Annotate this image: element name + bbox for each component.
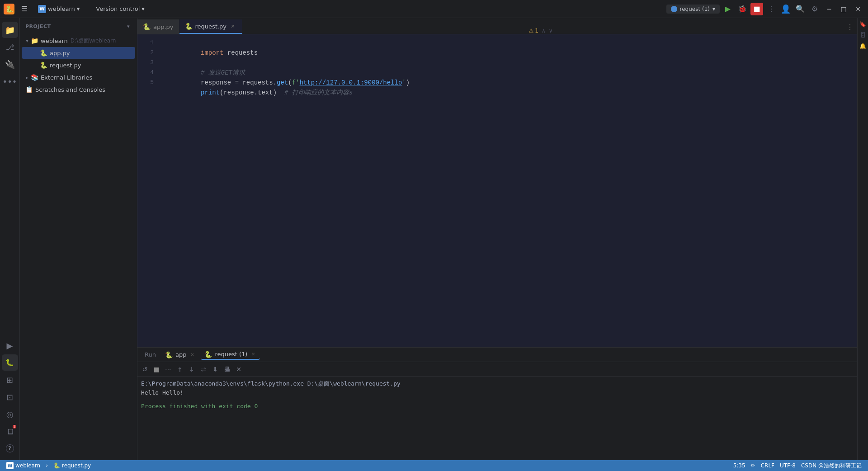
- print-button[interactable]: 🖶: [222, 364, 232, 375]
- bottom-tab-app[interactable]: 🐍 app ✕: [161, 350, 199, 359]
- status-extra[interactable]: CSDN @浩然的科研工记: [798, 460, 864, 471]
- notification-badge: 1: [13, 425, 16, 429]
- line-ending-label: CRLF: [761, 462, 774, 469]
- database-panel-icon[interactable]: 🗄: [859, 31, 868, 40]
- tree-item-scratches[interactable]: 📋 Scratches and Consoles: [22, 84, 135, 95]
- settings-button[interactable]: ⚙: [808, 3, 821, 15]
- titlebar: 🐍 ☰ W weblearn ▾ Version control ▾ reque…: [0, 0, 868, 18]
- tab-app-py[interactable]: 🐍 app.py: [137, 19, 179, 34]
- restart-button[interactable]: ↺: [139, 364, 150, 375]
- tree-item-external-libs[interactable]: ▸ 📚 External Libraries: [22, 71, 135, 83]
- status-bar: W weblearn › 🐍 request.py 5:35 ✏ CRLF UT…: [0, 460, 868, 471]
- notifications-panel-icon[interactable]: 🔔: [859, 42, 868, 51]
- console-blank-line: [141, 397, 854, 402]
- app-tab-close[interactable]: ✕: [189, 352, 195, 358]
- minimize-button[interactable]: ─: [823, 3, 835, 15]
- op-assign: =: [231, 79, 242, 86]
- keyword-import: import: [201, 49, 223, 57]
- status-encoding[interactable]: UTF-8: [777, 460, 798, 471]
- tree-item-app-py[interactable]: 🐍 app.py: [22, 47, 135, 59]
- scroll-down-button[interactable]: ↓: [186, 364, 197, 375]
- activity-help[interactable]: ?: [2, 440, 18, 457]
- activity-terminal[interactable]: ⊡: [2, 389, 18, 405]
- scroll-up-button[interactable]: ↑: [175, 364, 185, 375]
- op-dot: .: [273, 79, 277, 86]
- close-panel-button[interactable]: ✕: [233, 364, 244, 375]
- run-configuration[interactable]: request (1) ▾: [666, 5, 720, 14]
- monitor-icon: 🖥: [6, 427, 14, 436]
- vcs-selector[interactable]: Version control ▾: [92, 4, 148, 14]
- line-num-5: 5: [137, 78, 159, 88]
- request-tab-label: request (1): [215, 351, 247, 358]
- op-space: [277, 89, 284, 96]
- encoding-label: UTF-8: [780, 462, 796, 469]
- paren-open: (: [288, 79, 292, 86]
- activity-plugins[interactable]: 🔌: [2, 56, 18, 72]
- request-tab-icon: 🐍: [204, 351, 212, 358]
- request-tab-close[interactable]: ✕: [250, 351, 256, 358]
- tab-request-py[interactable]: 🐍 request.py ✕: [179, 19, 243, 34]
- status-breadcrumb-sep: ›: [43, 460, 51, 471]
- maximize-button[interactable]: □: [837, 3, 850, 15]
- bottom-run-label[interactable]: Run: [141, 349, 160, 360]
- bookmarks-panel-icon[interactable]: 🔖: [859, 20, 868, 29]
- time-display: 5:35: [733, 462, 745, 469]
- activity-layers[interactable]: ⊞: [2, 372, 18, 388]
- activity-monitor[interactable]: 🖥 1: [2, 423, 18, 439]
- status-edit-icon[interactable]: ✏: [748, 460, 758, 471]
- tree-item-label: weblearn: [41, 38, 68, 44]
- debug-button[interactable]: 🐞: [736, 3, 749, 15]
- activity-git[interactable]: ⎇: [2, 39, 18, 55]
- stop-button[interactable]: ■: [750, 3, 763, 15]
- folder-icon: 📁: [5, 25, 15, 35]
- toolbar-more-button[interactable]: ⋯: [163, 364, 174, 375]
- bottom-tab-request[interactable]: 🐍 request (1) ✕: [201, 350, 260, 360]
- code-editor: 1 2 3 4 5 import requests # 发送GET请求 resp…: [137, 34, 857, 347]
- tab-close-button[interactable]: ✕: [229, 23, 236, 30]
- tabs-more-button[interactable]: ⋮: [843, 19, 857, 34]
- chevron-up-icon: ∧: [542, 28, 546, 34]
- run-config-label: request (1): [680, 6, 710, 12]
- warning-badge: ⚠ 1 ∧ ∨: [529, 28, 557, 34]
- activity-project[interactable]: 📁: [2, 22, 18, 38]
- status-project[interactable]: W weblearn: [4, 460, 43, 471]
- code-line-1: import requests: [163, 38, 852, 48]
- status-line-ending[interactable]: CRLF: [758, 460, 777, 471]
- wrap-lines-button[interactable]: ⇌: [198, 364, 209, 375]
- project-selector[interactable]: W weblearn ▾: [34, 3, 83, 15]
- logo-letter: 🐍: [5, 5, 13, 13]
- extra-label: CSDN @浩然的科研工记: [801, 462, 862, 470]
- search-button[interactable]: 🔍: [794, 3, 807, 15]
- project-name: weblearn: [48, 5, 75, 12]
- tree-item-weblearn-root[interactable]: ▾ 📁 weblearn D:\桌面\weblearn: [22, 35, 135, 47]
- pencil-icon: ✏: [751, 462, 755, 469]
- tab-label: request.py: [195, 23, 227, 30]
- code-content[interactable]: import requests # 发送GET请求 response = req…: [159, 34, 852, 347]
- hamburger-menu-button[interactable]: ☰: [18, 3, 31, 15]
- module-name: requests: [223, 49, 258, 57]
- user-button[interactable]: 👤: [779, 3, 792, 15]
- editor-scrollbar: [852, 34, 857, 347]
- code-line-3: # 发送GET请求: [163, 58, 852, 68]
- attr-text: text: [258, 89, 273, 96]
- libraries-icon: 📚: [31, 74, 38, 81]
- activity-more[interactable]: •••: [2, 73, 18, 89]
- activity-profiler[interactable]: ◎: [2, 406, 18, 422]
- stop-output-button[interactable]: ■: [151, 364, 162, 375]
- status-time[interactable]: 5:35: [731, 460, 748, 471]
- func-print: print: [201, 89, 220, 96]
- folder-icon: 📁: [31, 37, 38, 44]
- run-button[interactable]: ▶: [722, 3, 734, 15]
- status-file[interactable]: 🐍 request.py: [51, 460, 94, 471]
- fstring-start: f': [292, 79, 300, 86]
- activity-bar: 📁 ⎇ 🔌 ••• ▶ 🐛 ⊞ ⊡ ◎ 🖥 1 ?: [0, 18, 20, 460]
- close-button[interactable]: ✕: [852, 3, 864, 15]
- more-actions-button[interactable]: ⋮: [765, 3, 778, 15]
- bottom-tabs-bar: Run 🐍 app ✕ 🐍 request (1) ✕: [137, 348, 857, 362]
- save-output-button[interactable]: ⬇: [210, 364, 221, 375]
- line-numbers: 1 2 3 4 5: [137, 34, 159, 347]
- activity-run[interactable]: ▶: [2, 337, 18, 353]
- tree-item-request-py[interactable]: 🐍 request.py: [22, 59, 135, 71]
- activity-debug[interactable]: 🐛: [2, 354, 18, 371]
- run-icon: ▶: [7, 341, 13, 350]
